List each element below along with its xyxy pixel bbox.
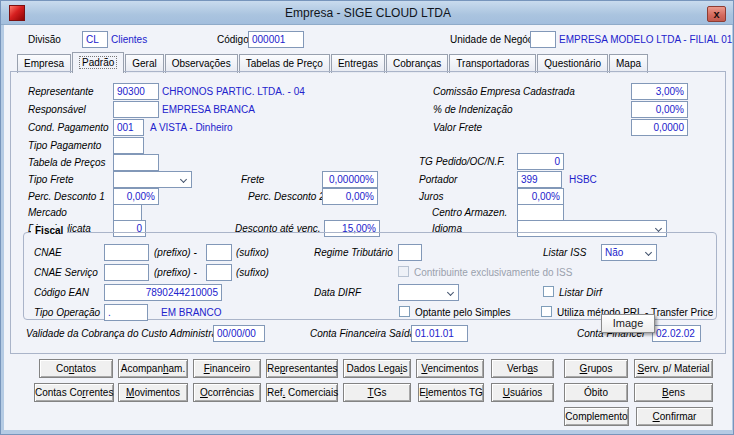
- cnae-servico-prefixo-input[interactable]: [104, 264, 149, 281]
- conta-entrada-input[interactable]: 02.02.02: [652, 325, 701, 342]
- contas-correntes-button[interactable]: Contas Correntes: [34, 383, 114, 402]
- cnae-servico-sufixo-input[interactable]: [206, 264, 232, 281]
- conta-saida-label: Conta Financeira Saída: [310, 328, 415, 339]
- centro-armazen-input[interactable]: [517, 204, 564, 221]
- tab-padrao[interactable]: Padrão: [72, 52, 124, 73]
- portador-input[interactable]: 399: [517, 171, 562, 188]
- listar-iss-label: Listar ISS: [543, 247, 586, 258]
- cond-pagamento-label: Cond. Pagamento: [28, 122, 109, 133]
- listar-iss-select[interactable]: Não: [601, 244, 657, 261]
- tabela-precos-input[interactable]: [113, 154, 159, 171]
- cnae-servico-sufixo-hint: (sufixo): [236, 267, 269, 278]
- comissao-input[interactable]: 3,00%: [631, 83, 688, 100]
- perc-desconto1-input[interactable]: 0,00%: [113, 188, 159, 205]
- codigo-ean-input[interactable]: 7890244210005: [104, 284, 222, 301]
- tab-label: Geral: [132, 58, 156, 69]
- representantes-button[interactable]: Representantes: [266, 359, 338, 378]
- indenizacao-input[interactable]: 0,00%: [631, 101, 688, 118]
- listar-iss-value: Não: [605, 247, 623, 258]
- tipo-frete-select[interactable]: [113, 171, 192, 188]
- tab-label: Entregas: [338, 58, 378, 69]
- cnae-prefixo-input[interactable]: [104, 244, 149, 261]
- tipo-operacao-desc: EM BRANCO: [161, 307, 222, 318]
- valor-frete-input[interactable]: 0,0000: [631, 119, 688, 136]
- tab-label: Padrão: [79, 56, 117, 69]
- verbas-button[interactable]: Verbas: [491, 359, 554, 378]
- close-button[interactable]: x: [707, 6, 726, 22]
- perc-desconto2-input[interactable]: 0,00%: [322, 188, 378, 205]
- responsavel-desc: EMPRESA BRANCA: [162, 104, 255, 115]
- responsavel-label: Responsável: [28, 104, 86, 115]
- utiliza-prl-checkbox[interactable]: [541, 306, 552, 317]
- vencimentos-button[interactable]: Vencimentos: [416, 359, 484, 378]
- validade-cobranca-input[interactable]: 00/00/00: [213, 325, 265, 342]
- bens-button[interactable]: Bens: [634, 383, 713, 402]
- cnae-label: CNAE: [34, 247, 62, 258]
- listar-dirf-checkbox[interactable]: [543, 286, 554, 297]
- juros-input[interactable]: 0,00%: [517, 188, 564, 205]
- portador-label: Portador: [419, 174, 457, 185]
- responsavel-input[interactable]: [113, 101, 159, 118]
- tab-label: Transportadoras: [456, 58, 529, 69]
- data-dirf-label: Data DIRF: [314, 287, 361, 298]
- dados-legais-button[interactable]: Dados Legais: [343, 359, 411, 378]
- optante-simples-checkbox[interactable]: [399, 306, 410, 317]
- tgs-button[interactable]: TGs: [343, 383, 411, 402]
- validade-cobranca-label: Validade da Cobrança do Custo Administra…: [26, 328, 233, 339]
- contribuinte-iss-label: Contribuinte exclusivamente do ISS: [414, 267, 572, 278]
- chevron-down-icon: [180, 176, 187, 183]
- frete-label: Frete: [241, 174, 264, 185]
- unidade-negocio-input[interactable]: [530, 31, 556, 48]
- mercado-input[interactable]: [113, 204, 142, 221]
- tabela-precos-label: Tabela de Preços: [28, 157, 105, 168]
- movimentos-button[interactable]: Movimentos: [118, 383, 188, 402]
- cnae-sufixo-hint: (sufixo): [236, 247, 269, 258]
- tab-label: Cobranças: [393, 58, 441, 69]
- ref-comerciais-button[interactable]: Ref. Comerciais: [266, 383, 338, 402]
- representante-input[interactable]: 90300: [113, 83, 159, 100]
- contribuinte-iss-checkbox: [398, 266, 409, 277]
- chevron-down-icon: [645, 249, 652, 256]
- juros-label: Juros: [419, 191, 443, 202]
- tab-strip: Empresa Padrão Geral Observações Tabelas…: [17, 52, 649, 73]
- cond-pagamento-desc: A VISTA - Dinheiro: [150, 122, 233, 133]
- elementos-tg-button[interactable]: Elementos TG: [418, 383, 484, 402]
- unidade-negocio-desc: EMPRESA MODELO LTDA - FILIAL 01: [559, 34, 732, 45]
- tipo-operacao-input[interactable]: .: [104, 304, 148, 321]
- tipo-operacao-label: Tipo Operação: [34, 307, 100, 318]
- tab-label: Tabelas de Preço: [246, 58, 323, 69]
- frete-input[interactable]: 0,00000%: [322, 171, 378, 188]
- data-dirf-select[interactable]: [398, 284, 459, 301]
- usuarios-button[interactable]: Usuários: [491, 383, 554, 402]
- cond-pagamento-input[interactable]: 001: [113, 119, 144, 136]
- financeiro-button[interactable]: Financeiro: [193, 359, 261, 378]
- unidade-negocio-label: Unidade de Negócio: [450, 34, 541, 45]
- contatos-button[interactable]: Contatos: [39, 359, 113, 378]
- window-title: Empresa - SIGE CLOUD LTDA: [1, 6, 734, 20]
- centro-armazen-label: Centro Armazen.: [432, 207, 507, 218]
- codigo-input[interactable]: 000001: [248, 31, 304, 48]
- divisao-desc: Clientes: [111, 34, 147, 45]
- conta-saida-input[interactable]: 01.01.01: [411, 325, 468, 342]
- divisao-input[interactable]: CL: [82, 31, 108, 48]
- tab-label: Questionário: [544, 58, 601, 69]
- tipo-frete-label: Tipo Frete: [28, 174, 73, 185]
- cnae-sufixo-input[interactable]: [206, 244, 232, 261]
- complemento-button[interactable]: Complemento: [564, 407, 629, 426]
- optante-simples-label: Optante pelo Simples: [415, 307, 511, 318]
- acompanham-button[interactable]: Acompanham.: [118, 359, 188, 378]
- regime-tributario-input[interactable]: [398, 244, 422, 261]
- confirmar-button[interactable]: Confirmar: [636, 407, 713, 426]
- tipo-pagamento-input[interactable]: [113, 137, 144, 154]
- title-bar[interactable]: Empresa - SIGE CLOUD LTDA x: [1, 1, 734, 25]
- chevron-down-icon: [655, 225, 662, 232]
- serv-material-button[interactable]: Serv. p/ Material: [634, 359, 713, 378]
- portador-desc: HSBC: [569, 174, 597, 185]
- tab-label: Empresa: [24, 58, 64, 69]
- representante-desc: CHRONOS PARTIC. LTDA. - 04: [162, 86, 305, 97]
- tg-pedido-input[interactable]: 0: [517, 153, 564, 170]
- grupos-button[interactable]: Grupos: [564, 359, 628, 378]
- representante-label: Representante: [28, 86, 94, 97]
- ocorrencias-button[interactable]: Ocorrências: [193, 383, 261, 402]
- obito-button[interactable]: Óbito: [564, 383, 628, 402]
